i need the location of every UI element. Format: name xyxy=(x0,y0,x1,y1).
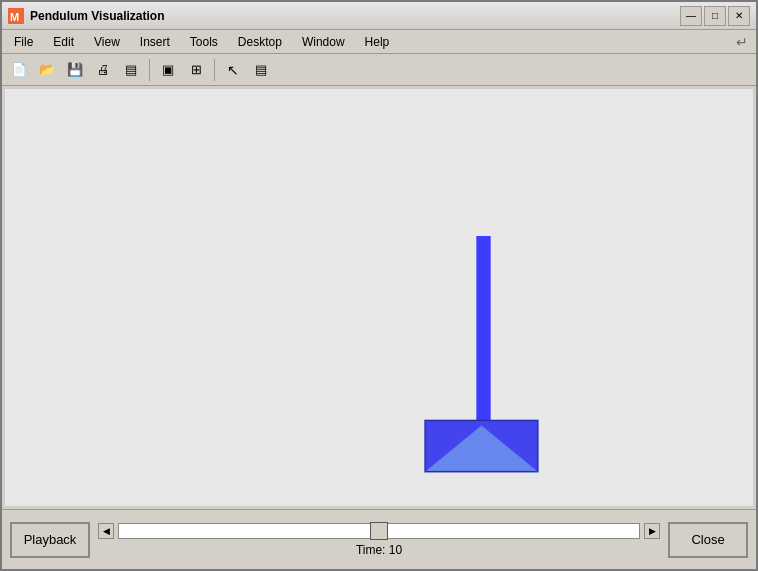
print-icon: 🖨 xyxy=(97,62,110,77)
title-bar-left: M Pendulum Visualization xyxy=(8,8,164,24)
export-icon: ▤ xyxy=(125,62,137,77)
pendulum-visualization xyxy=(5,89,753,506)
pendulum-rod xyxy=(476,236,490,426)
menu-file[interactable]: File xyxy=(6,33,41,51)
export-button[interactable]: ▤ xyxy=(118,57,144,83)
layout2-button[interactable]: ⊞ xyxy=(183,57,209,83)
svg-text:M: M xyxy=(10,11,19,23)
editor-icon: ▤ xyxy=(255,62,267,77)
svg-rect-2 xyxy=(5,103,753,492)
menu-bar: File Edit View Insert Tools Desktop Wind… xyxy=(2,30,756,54)
slider-right-arrow[interactable]: ▶ xyxy=(644,523,660,539)
menu-help[interactable]: Help xyxy=(357,33,398,51)
menu-view[interactable]: View xyxy=(86,33,128,51)
menu-edit[interactable]: Edit xyxy=(45,33,82,51)
slider-track-container: ◀ ▶ xyxy=(98,523,660,539)
print-button[interactable]: 🖨 xyxy=(90,57,116,83)
time-label: Time: 10 xyxy=(356,543,402,557)
minimize-button[interactable]: — xyxy=(680,6,702,26)
title-bar-buttons: — □ ✕ xyxy=(680,6,750,26)
cursor-button[interactable]: ↖ xyxy=(220,57,246,83)
open-icon: 📂 xyxy=(39,62,55,77)
save-icon: 💾 xyxy=(67,62,83,77)
canvas-area xyxy=(4,88,754,507)
bottom-bar: Playback ◀ ▶ Time: 10 Close xyxy=(2,509,756,569)
new-button[interactable]: 📄 xyxy=(6,57,32,83)
save-button[interactable]: 💾 xyxy=(62,57,88,83)
menu-insert[interactable]: Insert xyxy=(132,33,178,51)
matlab-icon: M xyxy=(8,8,24,24)
cursor-icon: ↖ xyxy=(227,62,239,78)
title-bar: M Pendulum Visualization — □ ✕ xyxy=(2,2,756,30)
menu-window[interactable]: Window xyxy=(294,33,353,51)
new-icon: 📄 xyxy=(11,62,27,77)
toolbar-separator-2 xyxy=(214,59,215,81)
slider-track[interactable] xyxy=(118,523,640,539)
slider-left-arrow[interactable]: ◀ xyxy=(98,523,114,539)
menu-desktop[interactable]: Desktop xyxy=(230,33,290,51)
window-title: Pendulum Visualization xyxy=(30,9,164,23)
editor-button[interactable]: ▤ xyxy=(248,57,274,83)
layout2-icon: ⊞ xyxy=(191,62,202,77)
playback-button[interactable]: Playback xyxy=(10,522,90,558)
maximize-button[interactable]: □ xyxy=(704,6,726,26)
slider-thumb[interactable] xyxy=(370,522,388,540)
layout1-icon: ▣ xyxy=(162,62,174,77)
toolbar-separator-1 xyxy=(149,59,150,81)
close-button[interactable]: Close xyxy=(668,522,748,558)
menu-tools[interactable]: Tools xyxy=(182,33,226,51)
toolbar: 📄 📂 💾 🖨 ▤ ▣ ⊞ ↖ ▤ xyxy=(2,54,756,86)
main-window: M Pendulum Visualization — □ ✕ File Edit… xyxy=(0,0,758,571)
menu-arrow: ↵ xyxy=(736,34,752,50)
layout1-button[interactable]: ▣ xyxy=(155,57,181,83)
pendulum-svg xyxy=(5,89,753,506)
slider-area: ◀ ▶ Time: 10 xyxy=(98,523,660,557)
window-close-button[interactable]: ✕ xyxy=(728,6,750,26)
open-button[interactable]: 📂 xyxy=(34,57,60,83)
